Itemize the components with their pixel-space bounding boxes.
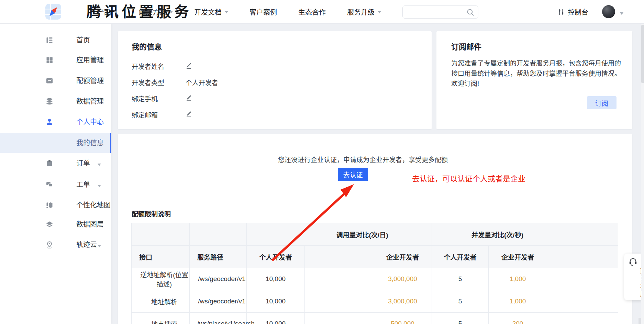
console-link[interactable]: 控制台: [557, 0, 588, 24]
user-icon: [46, 118, 53, 126]
table-row: 地点搜索 /ws/place/v1/search 10,000 500,000 …: [132, 313, 618, 324]
sidebar-item-label: 个性化地图: [76, 198, 111, 213]
nav-item-upgrade[interactable]: 服务升级: [347, 7, 381, 17]
profile-field-phone: 绑定手机: [132, 94, 192, 103]
cell-personal-concurrency: 5: [432, 290, 489, 313]
table-row: 逆地址解析(位置描述) /ws/geocoder/v1 10,000 3,000…: [132, 268, 618, 290]
chevron-down-icon: [98, 185, 101, 189]
sidebar-item-orders[interactable]: 订单: [0, 156, 111, 171]
edit-pencil-icon[interactable]: [186, 63, 192, 69]
sidebar-item-label: 首页: [76, 33, 90, 48]
col-header-personal-calls: 个人开发者: [247, 246, 305, 268]
sidebar-item-label: 订单: [76, 156, 90, 171]
contact-support-tab[interactable]: 联系客服: [624, 254, 642, 300]
chat-bubbles-icon: [46, 181, 53, 188]
search-box: [402, 5, 478, 19]
avatar-chevron-down-icon[interactable]: [620, 12, 623, 16]
group-header-calls: 调用量对比(次/日): [247, 223, 432, 246]
sidebar-item-label: 应用管理: [76, 53, 104, 68]
col-header-interface: 接口: [132, 246, 190, 268]
brand-compass-icon: [45, 4, 61, 20]
grid-icon: [46, 56, 53, 64]
group-header-concurrency: 并发量对比(次/秒): [432, 223, 618, 246]
cell-enterprise-concurrency: 1,000: [489, 290, 618, 313]
nav-item-ecosystem[interactable]: 生态合作: [298, 7, 326, 17]
sidebar-item-label: 轨迹云: [76, 237, 97, 252]
col-header-path: 服务路径: [190, 246, 247, 268]
custom-map-icon: [46, 201, 53, 209]
sidebar-item-label: 数据图层: [76, 217, 104, 232]
empty-header-cell: [190, 223, 247, 246]
cell-personal-calls: 10,000: [247, 268, 305, 290]
nav-item-cases[interactable]: 客户案例: [249, 7, 277, 17]
search-icon[interactable]: [466, 8, 475, 16]
cell-personal-calls: 10,000: [247, 313, 305, 324]
chart-icon: [46, 77, 53, 85]
sidebar-item-quota-management[interactable]: 配额管理: [0, 73, 111, 88]
headset-icon: [629, 257, 637, 266]
avatar[interactable]: [602, 5, 615, 18]
chevron-down-icon: [98, 60, 101, 65]
edit-pencil-icon[interactable]: [186, 95, 192, 102]
cell-personal-concurrency: 5: [432, 313, 489, 324]
cell-enterprise-calls: 3,000,000: [305, 268, 432, 290]
nav-item-docs[interactable]: 开发文档: [194, 7, 228, 17]
profile-card-title: 我的信息: [132, 41, 162, 52]
nav-item-products[interactable]: 产品: [97, 7, 118, 17]
sidebar-item-personal-center[interactable]: 个人中心: [0, 114, 111, 130]
vertical-scrollbar[interactable]: [641, 24, 644, 324]
chevron-down-icon: [98, 205, 101, 210]
sidebar-item-custom-map[interactable]: 个性化地图: [0, 198, 111, 213]
field-label: 绑定邮箱: [132, 110, 171, 119]
nav-item-solutions[interactable]: 解决方案: [139, 7, 173, 17]
sidebar: 首页 应用管理 配额管理 数据管理 个人中心 我的信息 订单 工单 个性化地图: [0, 24, 111, 324]
cell-interface: 地址解析: [132, 290, 190, 313]
chevron-down-icon: [169, 11, 173, 15]
field-label: 绑定手机: [132, 94, 171, 103]
subscribe-card: 订阅邮件 为您准备了专属定制的开发者服务月报，包含您每月使用的 接口用量统计等信…: [436, 31, 632, 129]
cell-path: /ws/geocoder/v1: [190, 290, 247, 313]
col-header-enterprise-concurrency: 企业开发者: [489, 246, 618, 268]
chevron-down-icon: [378, 11, 381, 15]
chevron-down-icon: [98, 164, 101, 168]
go-certify-button[interactable]: 去认证: [338, 168, 368, 181]
active-indicator-bar: [110, 133, 111, 153]
scrollbar-thumb[interactable]: [641, 25, 644, 83]
field-value: 个人开发者: [186, 78, 218, 87]
sidebar-item-track-cloud[interactable]: 轨迹云: [0, 237, 111, 252]
certification-quota-card: 您还没进行企业认证，申请成为企业开发者，享受更多配额 去认证 去认证，可以认证个…: [118, 134, 632, 324]
nav-menu: 产品 解决方案 开发文档 客户案例 生态合作 服务升级: [97, 0, 381, 24]
sidebar-item-app-management[interactable]: 应用管理: [0, 53, 111, 68]
sidebar-item-label: 配额管理: [76, 73, 104, 88]
sliders-icon: [557, 8, 565, 16]
sidebar-subitem-my-info[interactable]: 我的信息: [0, 133, 111, 153]
cell-interface: 地点搜索: [132, 313, 190, 324]
main-content: 我的信息 开发者姓名 开发者类型 个人开发者 绑定手机 绑定邮箱 订阅邮件 为您…: [111, 24, 644, 324]
cell-path: /ws/place/v1/search: [190, 313, 247, 324]
sidebar-item-tickets[interactable]: 工单: [0, 177, 111, 192]
quota-group-header-row: 调用量对比(次/日) 并发量对比(次/秒): [132, 223, 618, 246]
cell-enterprise-calls: 3,000,000: [305, 290, 432, 313]
col-header-enterprise-calls: 企业开发者: [305, 246, 432, 268]
sidebar-item-data-management[interactable]: 数据管理: [0, 94, 111, 109]
edit-pencil-icon[interactable]: [186, 111, 192, 118]
database-icon: [46, 98, 53, 105]
profile-field-name: 开发者姓名: [132, 62, 192, 70]
cell-personal-calls: 10,000: [247, 290, 305, 313]
cell-enterprise-concurrency: 1,000: [489, 268, 618, 290]
cell-enterprise-calls: 500,000: [305, 313, 432, 324]
location-pin-icon: [46, 241, 53, 248]
home-list-icon: [46, 36, 53, 44]
search-input[interactable]: [407, 7, 464, 17]
quota-table: 调用量对比(次/日) 并发量对比(次/秒) 接口 服务路径 个人开发者 企业开发…: [131, 223, 618, 324]
empty-header-cell: [132, 223, 190, 246]
sidebar-item-home[interactable]: 首页: [0, 33, 111, 48]
top-navbar: 腾讯位置服务 产品 解决方案 开发文档 客户案例 生态合作 服务升级 控制台: [0, 0, 644, 24]
quota-heading: 配额限制说明: [132, 209, 171, 218]
chevron-up-icon: [98, 120, 101, 124]
sidebar-item-data-layers[interactable]: 数据图层: [0, 217, 111, 232]
chevron-down-icon: [225, 11, 228, 15]
cell-path: /ws/geocoder/v1: [190, 268, 247, 290]
subscribe-button[interactable]: 订阅: [587, 96, 617, 109]
col-header-personal-concurrency: 个人开发者: [432, 246, 489, 268]
